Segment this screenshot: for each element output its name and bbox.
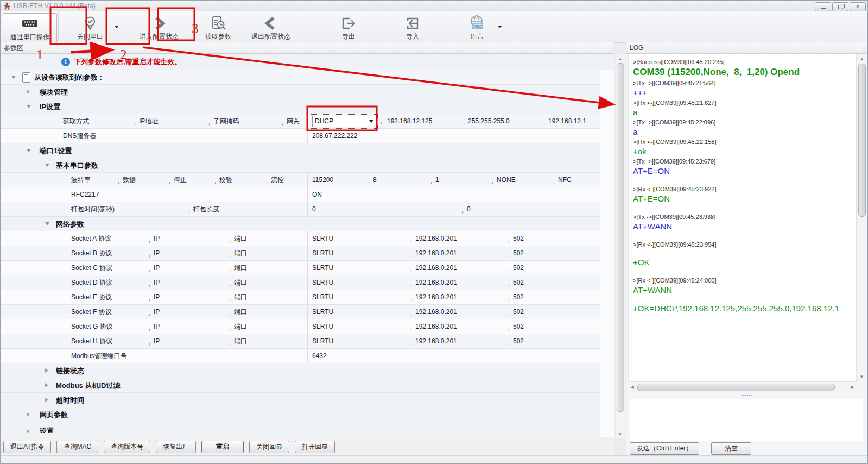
- params-scrollbar-thumb[interactable]: [617, 63, 624, 412]
- scroll-down-icon[interactable]: ▼: [616, 430, 625, 438]
- param-value[interactable]: SLRTU,: [312, 305, 415, 319]
- expand-arrow-icon[interactable]: [45, 383, 48, 387]
- collapse-arrow-icon[interactable]: [11, 76, 16, 79]
- param-value[interactable]: SLRTU,: [312, 261, 415, 275]
- param-value[interactable]: 502: [513, 319, 524, 334]
- expand-arrow-icon[interactable]: [45, 398, 48, 402]
- collapse-arrow-icon[interactable]: [27, 149, 31, 152]
- command-input[interactable]: [630, 399, 863, 441]
- tree-section-端口1设置[interactable]: 端口1设置: [1, 143, 600, 158]
- tree-section-网页参数[interactable]: 网页参数: [1, 407, 600, 422]
- toolbar-button-serial-op[interactable]: 通过串口操作: [3, 13, 57, 43]
- scroll-up-icon[interactable]: ▲: [616, 55, 625, 63]
- expand-arrow-icon[interactable]: [27, 412, 30, 417]
- param-value[interactable]: SLRTU,: [312, 334, 415, 349]
- tree-root-row[interactable]: 从设备读取到的参数 :: [1, 70, 600, 85]
- tree-section-设置[interactable]: 设置: [1, 422, 600, 437]
- toolbar-button-language[interactable]: ABC语言: [458, 13, 496, 42]
- param-value[interactable]: 192.168.0.201,: [415, 275, 513, 290]
- collapse-arrow-icon[interactable]: [45, 164, 49, 167]
- tree-section-label: 链接状态: [56, 366, 84, 376]
- toolbar-button-read-params[interactable]: 读取参数: [198, 13, 239, 42]
- tree-section-超时时间[interactable]: 超时时间: [1, 393, 600, 407]
- param-value[interactable]: 1,: [435, 173, 497, 187]
- param-value[interactable]: 192.168.0.201,: [415, 305, 513, 319]
- toolbar-button-export[interactable]: 导出: [329, 13, 368, 42]
- param-value[interactable]: 192.168.12.125,: [387, 114, 468, 129]
- param-value[interactable]: SLRTU,: [312, 246, 415, 261]
- param-action-查询MAC[interactable]: 查询MAC: [56, 441, 98, 453]
- param-value[interactable]: 192.168.0.201,: [415, 290, 513, 305]
- tree-section-链接状态[interactable]: 链接状态: [1, 363, 600, 378]
- minimize-button[interactable]: [815, 2, 831, 11]
- param-value[interactable]: ON: [312, 187, 322, 202]
- log-scrollbar-thumb[interactable]: [858, 64, 866, 217]
- clear-button[interactable]: 清空: [711, 442, 751, 455]
- param-value[interactable]: NONE,: [497, 173, 558, 187]
- param-value[interactable]: 0,: [312, 202, 467, 217]
- log-scroll-right-icon[interactable]: ▶: [848, 383, 857, 392]
- param-value[interactable]: 192.168.0.201,: [415, 334, 513, 349]
- close-serial-dropdown-caret[interactable]: [113, 13, 121, 40]
- toolbar-separator: [58, 12, 59, 41]
- param-value[interactable]: NFC: [558, 173, 572, 187]
- tree-section-基本串口参数[interactable]: 基本串口参数: [1, 158, 600, 173]
- param-value[interactable]: 115200,: [312, 173, 373, 187]
- param-value[interactable]: 192.168.0.201,: [415, 319, 513, 334]
- expand-arrow-icon[interactable]: [45, 368, 48, 373]
- toolbar-button-exit-config[interactable]: 退出配置状态: [243, 13, 299, 42]
- param-value[interactable]: 502: [513, 290, 524, 305]
- log-scroll-down-icon[interactable]: ▼: [857, 373, 866, 381]
- tree-section-网络参数[interactable]: 网络参数: [1, 217, 600, 231]
- param-value[interactable]: 502: [513, 334, 524, 349]
- param-value[interactable]: 208.67.222.222: [312, 129, 357, 143]
- toolbar-button-close-serial[interactable]: 关闭串口: [67, 13, 113, 42]
- log-hscrollbar[interactable]: ◀ ▶: [628, 383, 857, 392]
- tree-section-Modbus 从机ID过滤[interactable]: Modbus 从机ID过滤: [1, 378, 600, 393]
- expand-arrow-icon[interactable]: [27, 90, 30, 94]
- log-hscrollbar-thumb[interactable]: [637, 384, 835, 391]
- param-action-恢复出厂[interactable]: 恢复出厂: [156, 441, 196, 453]
- close-button[interactable]: ✕: [850, 2, 866, 11]
- param-value[interactable]: 6432: [312, 349, 327, 363]
- param-action-查询版本号[interactable]: 查询版本号: [104, 441, 150, 453]
- log-splitter-handle[interactable]: ▪▪▪▪▪▪: [626, 393, 867, 397]
- collapse-arrow-icon[interactable]: [27, 105, 31, 108]
- param-value[interactable]: 255.255.255.0,: [468, 114, 548, 129]
- expand-arrow-icon[interactable]: [27, 429, 30, 434]
- param-value[interactable]: SLRTU,: [312, 319, 415, 334]
- param-value[interactable]: 502: [513, 231, 524, 246]
- language-dropdown-caret[interactable]: [496, 13, 504, 40]
- param-value[interactable]: 192.168.0.201,: [415, 231, 513, 246]
- log-scroll-up-icon[interactable]: ▲: [857, 55, 866, 63]
- param-value[interactable]: 192.168.12.1: [548, 114, 586, 129]
- param-value[interactable]: 502: [513, 275, 524, 290]
- param-action-重启[interactable]: 重启: [201, 441, 244, 453]
- param-value[interactable]: 8,: [373, 173, 435, 187]
- tree-section-模块管理[interactable]: 模块管理: [1, 85, 600, 99]
- param-value[interactable]: 502: [513, 305, 524, 319]
- collapse-arrow-icon[interactable]: [45, 222, 49, 225]
- param-label: IP,: [154, 290, 234, 305]
- param-value[interactable]: SLRTU,: [312, 275, 415, 290]
- param-value[interactable]: 192.168.0.201,: [415, 246, 513, 261]
- param-action-关闭回显[interactable]: 关闭回显: [249, 441, 289, 453]
- param-value[interactable]: SLRTU,: [312, 290, 415, 305]
- dhcp-combobox[interactable]: DHCP: [312, 116, 376, 127]
- log-scroll-left-icon[interactable]: ◀: [628, 383, 636, 392]
- param-value[interactable]: 502: [513, 261, 524, 275]
- params-scrollbar[interactable]: ▲ ▼: [616, 55, 625, 438]
- send-button[interactable]: 发送（Ctrl+Enter）: [630, 442, 699, 455]
- param-action-退出AT指令[interactable]: 退出AT指令: [3, 441, 51, 453]
- restore-button[interactable]: [832, 2, 848, 11]
- param-value[interactable]: 192.168.0.201,: [415, 261, 513, 275]
- log-scrollbar[interactable]: ▲ ▼: [857, 55, 866, 381]
- param-value[interactable]: 0: [467, 202, 471, 217]
- param-value[interactable]: 502: [513, 246, 524, 261]
- separator-comma: ,: [229, 321, 231, 335]
- param-value[interactable]: SLRTU,: [312, 231, 415, 246]
- toolbar-button-import[interactable]: 导入: [393, 13, 432, 42]
- param-action-打开回显[interactable]: 打开回显: [295, 441, 335, 453]
- tree-section-IP设置[interactable]: IP设置: [1, 99, 600, 114]
- toolbar-button-enter-config[interactable]: 进入配置状态: [132, 13, 186, 42]
